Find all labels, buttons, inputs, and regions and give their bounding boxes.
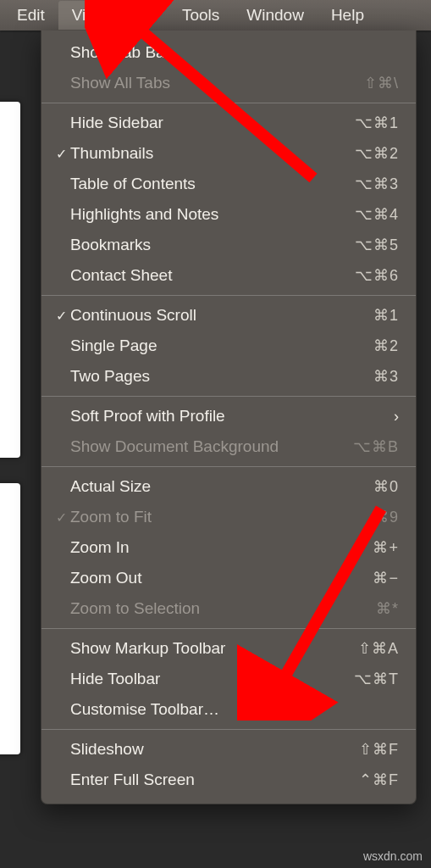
menu-item-hide-toolbar[interactable]: Hide Toolbar⌥⌘T bbox=[41, 664, 416, 694]
menu-item-contact-sheet[interactable]: Contact Sheet⌥⌘6 bbox=[41, 260, 416, 291]
menu-shortcut: ⌘0 bbox=[373, 477, 399, 496]
menubar-item-tools[interactable]: Tools bbox=[169, 1, 233, 30]
menu-item-label: Customise Toolbar… bbox=[70, 700, 399, 719]
chevron-right-icon: › bbox=[394, 408, 399, 426]
menu-item-label: Zoom In bbox=[70, 538, 373, 557]
menu-divider bbox=[41, 729, 416, 730]
menu-shortcut: ⌥⌘B bbox=[353, 437, 399, 456]
menu-item-customise-toolbar[interactable]: Customise Toolbar… bbox=[41, 694, 416, 725]
menu-shortcut: ⌘9 bbox=[373, 508, 399, 526]
menu-item-show-document-background: Show Document Background⌥⌘B bbox=[41, 431, 416, 462]
menu-divider bbox=[41, 295, 416, 296]
menu-item-slideshow[interactable]: Slideshow⇧⌘F bbox=[41, 734, 416, 765]
sidebar-thumbnail bbox=[0, 483, 20, 754]
menu-shortcut: ⌘* bbox=[376, 599, 399, 618]
menu-shortcut: ⌥⌘1 bbox=[355, 114, 399, 132]
menu-item-zoom-out[interactable]: Zoom Out⌘− bbox=[41, 563, 416, 593]
menu-shortcut: ⇧⌘F bbox=[359, 740, 399, 759]
check-icon: ✓ bbox=[52, 146, 70, 162]
menu-item-zoom-to-selection: Zoom to Selection⌘* bbox=[41, 593, 416, 624]
menu-item-label: Actual Size bbox=[70, 477, 373, 496]
menu-shortcut: ⇧⌘\ bbox=[364, 74, 399, 92]
menubar: EditViewGoToolsWindowHelp bbox=[0, 0, 431, 31]
menubar-item-window[interactable]: Window bbox=[233, 1, 318, 30]
menubar-item-help[interactable]: Help bbox=[318, 1, 378, 30]
menu-item-label: Bookmarks bbox=[70, 236, 355, 254]
menu-item-label: Enter Full Screen bbox=[70, 771, 359, 789]
menu-item-label: Continuous Scroll bbox=[70, 306, 373, 325]
check-icon: ✓ bbox=[52, 509, 70, 526]
menu-item-bookmarks[interactable]: Bookmarks⌥⌘5 bbox=[41, 230, 416, 260]
menu-item-label: Highlights and Notes bbox=[70, 205, 355, 224]
menu-item-continuous-scroll[interactable]: ✓Continuous Scroll⌘1 bbox=[41, 300, 416, 331]
sidebar-thumbnail bbox=[0, 102, 20, 458]
menu-item-show-markup-toolbar[interactable]: Show Markup Toolbar⇧⌘A bbox=[41, 633, 416, 664]
menu-divider bbox=[41, 466, 416, 467]
menubar-item-view[interactable]: View bbox=[58, 1, 120, 30]
menu-item-thumbnails[interactable]: ✓Thumbnails⌥⌘2 bbox=[41, 138, 416, 169]
menu-item-highlights-and-notes[interactable]: Highlights and Notes⌥⌘4 bbox=[41, 199, 416, 230]
menu-item-label: Two Pages bbox=[70, 367, 373, 386]
menu-item-label: Zoom to Selection bbox=[70, 599, 376, 618]
menu-shortcut: ⌘+ bbox=[373, 538, 399, 557]
menu-shortcut: ⌥⌘6 bbox=[355, 266, 399, 285]
menu-item-label: Show All Tabs bbox=[70, 74, 364, 92]
menu-divider bbox=[41, 103, 416, 103]
menu-item-label: Contact Sheet bbox=[70, 266, 355, 285]
menu-divider bbox=[41, 396, 416, 397]
menu-item-single-page[interactable]: Single Page⌘2 bbox=[41, 331, 416, 361]
menu-item-label: Hide Sidebar bbox=[70, 114, 355, 132]
menu-shortcut: ⌥⌘T bbox=[354, 670, 399, 688]
menu-item-label: Hide Toolbar bbox=[70, 670, 354, 688]
menu-item-label: Zoom Out bbox=[70, 569, 373, 587]
check-icon: ✓ bbox=[52, 308, 70, 324]
menu-shortcut: ⌥⌘5 bbox=[355, 236, 399, 254]
menu-item-label: Show Markup Toolbar bbox=[70, 639, 358, 658]
menu-shortcut: ⌥⌘2 bbox=[355, 144, 399, 163]
menu-item-soft-proof-with-profile[interactable]: Soft Proof with Profile› bbox=[41, 401, 416, 431]
watermark: wsxdn.com bbox=[363, 849, 423, 863]
menu-shortcut: ⌃⌘F bbox=[359, 771, 399, 789]
menu-item-zoom-in[interactable]: Zoom In⌘+ bbox=[41, 532, 416, 563]
menu-shortcut: ⌘− bbox=[373, 569, 399, 587]
menu-item-label: Single Page bbox=[70, 337, 373, 355]
menu-shortcut: ⇧⌘A bbox=[358, 639, 399, 658]
menu-shortcut: ⌥⌘3 bbox=[355, 175, 399, 193]
menu-item-label: Show Tab Bar bbox=[70, 43, 399, 62]
menu-item-label: Table of Contents bbox=[70, 175, 355, 193]
menu-item-label: Thumbnails bbox=[70, 144, 355, 163]
menu-item-actual-size[interactable]: Actual Size⌘0 bbox=[41, 471, 416, 502]
menu-shortcut: ⌘1 bbox=[373, 306, 399, 325]
view-menu-dropdown: Show Tab BarShow All Tabs⇧⌘\Hide Sidebar… bbox=[41, 31, 417, 804]
menu-item-enter-full-screen[interactable]: Enter Full Screen⌃⌘F bbox=[41, 765, 416, 795]
menu-shortcut: ⌥⌘4 bbox=[355, 205, 399, 224]
menu-item-two-pages[interactable]: Two Pages⌘3 bbox=[41, 361, 416, 392]
menu-item-label: Soft Proof with Profile bbox=[70, 407, 389, 426]
menu-item-show-tab-bar[interactable]: Show Tab Bar bbox=[41, 37, 416, 68]
menu-item-zoom-to-fit: ✓Zoom to Fit⌘9 bbox=[41, 502, 416, 532]
menu-item-show-all-tabs: Show All Tabs⇧⌘\ bbox=[41, 68, 416, 98]
menubar-item-edit[interactable]: Edit bbox=[3, 1, 58, 30]
menu-item-label: Zoom to Fit bbox=[70, 508, 373, 526]
menu-divider bbox=[41, 628, 416, 629]
menu-item-table-of-contents[interactable]: Table of Contents⌥⌘3 bbox=[41, 169, 416, 199]
menu-item-label: Slideshow bbox=[70, 740, 359, 759]
menu-shortcut: ⌘3 bbox=[373, 367, 399, 386]
menu-shortcut: ⌘2 bbox=[373, 337, 399, 355]
menu-item-hide-sidebar[interactable]: Hide Sidebar⌥⌘1 bbox=[41, 108, 416, 138]
menubar-item-go[interactable]: Go bbox=[120, 1, 169, 30]
menu-item-label: Show Document Background bbox=[70, 437, 353, 456]
